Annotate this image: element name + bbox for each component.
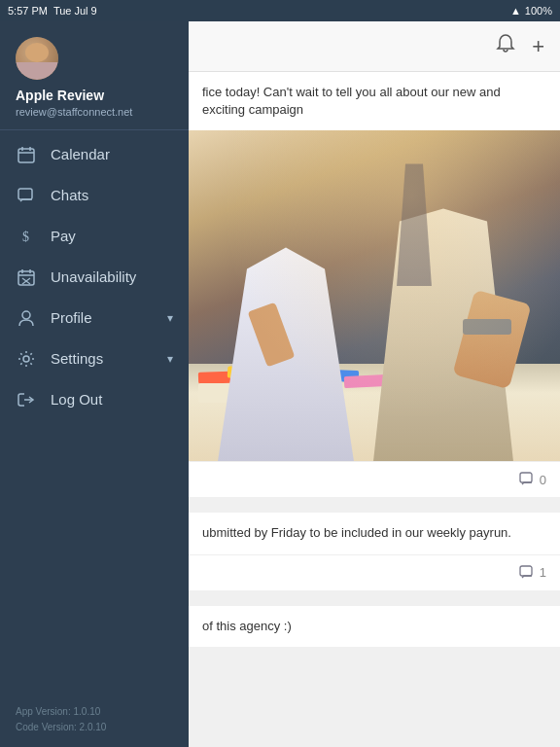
sidebar-item-pay-label: Pay <box>51 228 173 244</box>
svg-point-12 <box>22 311 30 319</box>
light-overlay <box>189 130 560 461</box>
sidebar-header: Apple Review review@staffconnect.net <box>0 21 189 129</box>
notification-icon[interactable] <box>495 33 516 59</box>
calendar-icon <box>16 146 37 163</box>
post-footer-2: 1 <box>189 554 560 590</box>
svg-rect-15 <box>520 473 532 482</box>
sidebar-item-chats[interactable]: Chats <box>0 175 189 216</box>
sidebar-item-profile[interactable]: Profile ▾ <box>0 298 189 338</box>
profile-chevron-icon: ▾ <box>167 311 173 325</box>
svg-text:$: $ <box>22 230 29 244</box>
post-text-1: fice today! Can't wait to tell you all a… <box>189 72 560 130</box>
status-time-date: 5:57 PM Tue Jul 9 <box>8 5 97 17</box>
post-footer-1: 0 <box>189 461 560 497</box>
sidebar-item-pay[interactable]: $ Pay <box>0 216 189 257</box>
scroll-spacer <box>189 655 560 674</box>
avatar-face <box>16 37 58 80</box>
main-layout: Apple Review review@staffconnect.net Cal… <box>0 21 560 747</box>
code-version: Code Version: 2.0.10 <box>16 720 173 735</box>
svg-rect-0 <box>18 149 34 162</box>
sidebar-item-settings[interactable]: Settings ▾ <box>0 338 189 379</box>
sidebar-item-unavailability[interactable]: Unavailability <box>0 257 189 298</box>
sidebar-item-calendar[interactable]: Calendar <box>0 134 189 175</box>
sidebar-item-logout-label: Log Out <box>51 391 173 408</box>
sidebar-nav: Calendar Chats $ Pay <box>0 134 189 420</box>
sidebar-item-logout[interactable]: Log Out <box>0 379 189 420</box>
comment-count-1-value: 0 <box>540 473 546 487</box>
post-card-3: of this agency :) <box>189 606 560 647</box>
avatar <box>16 37 58 80</box>
sidebar-divider <box>0 129 189 130</box>
svg-rect-6 <box>18 271 34 285</box>
logout-icon <box>16 391 37 409</box>
user-email: review@staffconnect.net <box>16 106 132 118</box>
post-separator-2 <box>189 598 560 606</box>
profile-icon <box>16 309 37 327</box>
content-area[interactable]: fice today! Can't wait to tell you all a… <box>189 72 560 747</box>
sidebar-item-profile-label: Profile <box>51 309 167 326</box>
comment-count-2-value: 1 <box>540 565 546 580</box>
post-card-1: fice today! Can't wait to tell you all a… <box>189 72 560 497</box>
sidebar-item-calendar-label: Calendar <box>51 146 173 162</box>
sidebar-footer: App Version: 1.0.10 Code Version: 2.0.10 <box>0 693 189 747</box>
status-bar: 5:57 PM Tue Jul 9 ▲ 100% <box>0 0 560 21</box>
pay-icon: $ <box>16 228 37 245</box>
add-button[interactable]: + <box>532 34 544 59</box>
post-card-2: ubmitted by Friday to be included in our… <box>189 513 560 589</box>
sidebar-item-unavailability-label: Unavailability <box>51 268 173 285</box>
sidebar: Apple Review review@staffconnect.net Cal… <box>0 21 189 747</box>
comment-count-1[interactable]: 0 <box>519 472 546 487</box>
user-name: Apple Review <box>16 88 104 104</box>
post-separator <box>189 505 560 513</box>
settings-chevron-icon: ▾ <box>167 352 173 366</box>
svg-point-13 <box>23 356 29 362</box>
post-image-1 <box>189 130 560 461</box>
sidebar-item-chats-label: Chats <box>51 187 173 203</box>
settings-icon <box>16 350 37 368</box>
svg-rect-4 <box>18 189 32 199</box>
sidebar-item-settings-label: Settings <box>51 350 167 367</box>
chats-icon <box>16 187 37 204</box>
top-bar: + <box>189 21 560 72</box>
post-text-2: ubmitted by Friday to be included in our… <box>189 513 560 553</box>
status-indicators: ▲ 100% <box>510 5 552 17</box>
main-content: + fice today! Can't wait to tell you all… <box>189 21 560 747</box>
wifi-icon: ▲ <box>510 5 521 17</box>
battery-icon: 100% <box>525 5 552 17</box>
unavailability-icon <box>16 268 37 286</box>
svg-rect-16 <box>520 566 532 576</box>
app-version: App Version: 1.0.10 <box>16 704 173 720</box>
post-text-3: of this agency :) <box>189 606 560 647</box>
comment-count-2[interactable]: 1 <box>519 565 546 581</box>
